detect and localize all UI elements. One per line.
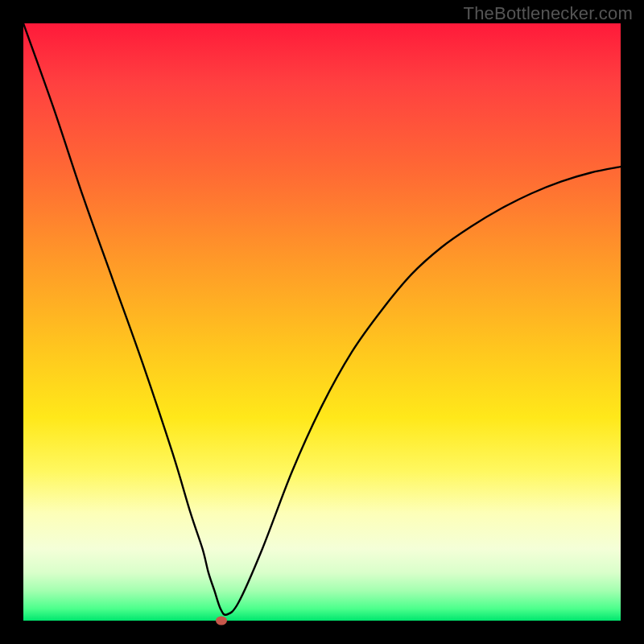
- chart-plot-area: [23, 23, 621, 621]
- bottleneck-curve: [23, 23, 621, 621]
- optimum-marker: [216, 617, 227, 625]
- watermark-label: TheBottlenecker.com: [464, 3, 633, 24]
